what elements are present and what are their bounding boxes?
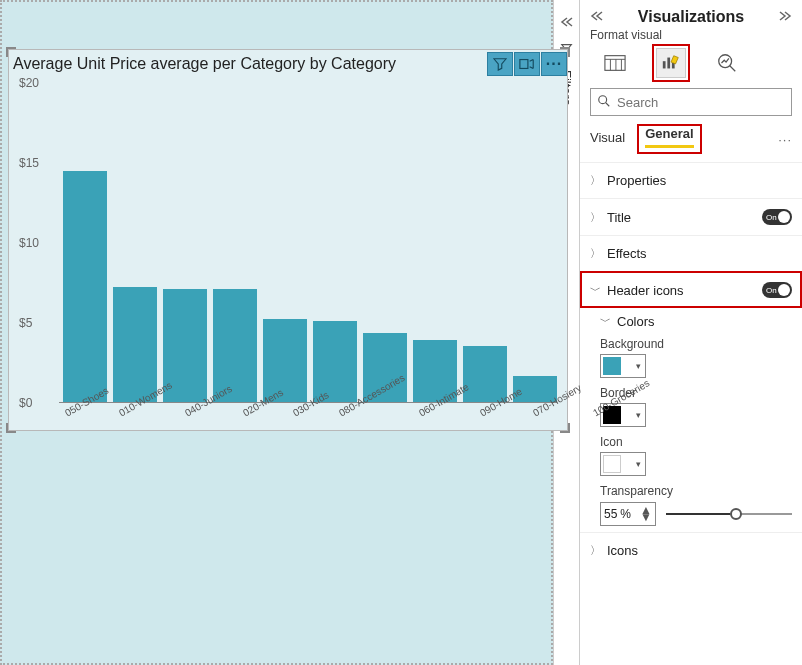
y-tick-5: $5 [19, 316, 32, 330]
visualizations-panel: Visualizations Format visual Visual Gene… [580, 0, 802, 665]
transparency-slider[interactable] [666, 506, 792, 522]
stepper-icon[interactable]: ▲▼ [640, 507, 652, 521]
bar[interactable] [213, 289, 257, 402]
icon-color-label: Icon [600, 435, 792, 449]
bar[interactable] [313, 321, 357, 402]
search-input-container[interactable] [590, 88, 792, 116]
chart-visual-container[interactable]: Average Unit Price average per Category … [8, 49, 568, 431]
svg-rect-0 [520, 60, 528, 69]
chevron-right-icon: 〉 [590, 210, 601, 225]
transparency-label: Transparency [600, 484, 792, 498]
y-tick-0: $0 [19, 396, 32, 410]
section-title[interactable]: 〉Title On [580, 198, 802, 235]
visual-header: Average Unit Price average per Category … [9, 50, 567, 78]
section-effects[interactable]: 〉Effects [580, 235, 802, 271]
section-header-icons[interactable]: ﹀Header icons On [580, 271, 802, 308]
tab-visual[interactable]: Visual [590, 130, 625, 149]
y-tick-10: $10 [19, 236, 39, 250]
chart-plot-area: $20 $15 $10 $5 $0 [59, 83, 557, 403]
format-visual-icon[interactable] [656, 48, 686, 78]
background-color-label: Background [600, 337, 792, 351]
chevron-right-icon: 〉 [590, 173, 601, 188]
svg-rect-1 [605, 56, 625, 71]
svg-point-11 [599, 95, 607, 103]
collapse-panel-icon[interactable] [590, 10, 604, 25]
svg-rect-6 [663, 61, 666, 68]
filter-icon[interactable] [487, 52, 513, 76]
transparency-input[interactable]: 55 % ▲▼ [600, 502, 656, 526]
panel-subtitle: Format visual [580, 28, 802, 42]
bar[interactable] [63, 171, 107, 402]
svg-line-12 [606, 102, 610, 106]
bar[interactable] [113, 287, 157, 402]
expand-panel-icon[interactable] [778, 10, 792, 25]
analytics-icon[interactable] [712, 48, 742, 78]
search-input[interactable] [617, 95, 785, 110]
title-toggle[interactable]: On [762, 209, 792, 225]
y-tick-20: $20 [19, 76, 39, 90]
header-icons-toggle[interactable]: On [762, 282, 792, 298]
build-visual-icon[interactable] [600, 48, 630, 78]
svg-rect-7 [667, 58, 670, 69]
tab-general[interactable]: General [645, 126, 693, 148]
y-tick-15: $15 [19, 156, 39, 170]
chevron-right-icon: 〉 [590, 246, 601, 261]
report-canvas[interactable]: Average Unit Price average per Category … [0, 0, 553, 665]
panel-title: Visualizations [638, 8, 744, 26]
colors-header[interactable]: ﹀ Colors [600, 314, 792, 329]
bar[interactable] [263, 319, 307, 402]
svg-line-10 [730, 66, 736, 72]
chevron-down-icon: ﹀ [590, 283, 601, 298]
section-icons[interactable]: 〉Icons [580, 532, 802, 568]
background-color-picker[interactable]: ▾ [600, 354, 646, 378]
icon-color-picker[interactable]: ▾ [600, 452, 646, 476]
focus-mode-icon[interactable] [514, 52, 540, 76]
expand-filters-icon[interactable] [560, 14, 574, 32]
tabs-more-icon[interactable]: ··· [778, 132, 792, 147]
section-properties[interactable]: 〉Properties [580, 162, 802, 198]
svg-rect-8 [672, 63, 675, 68]
chevron-right-icon: 〉 [590, 543, 601, 558]
chevron-down-icon: ﹀ [600, 314, 611, 329]
chart-title: Average Unit Price average per Category … [9, 55, 396, 73]
search-icon [597, 94, 611, 111]
